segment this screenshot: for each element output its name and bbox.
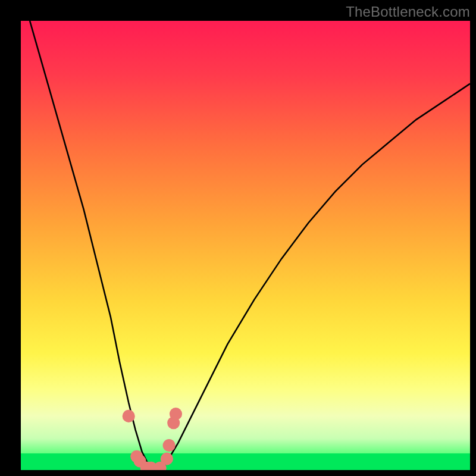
data-point-marker xyxy=(170,408,182,420)
curve-layer xyxy=(21,21,470,470)
plot-area xyxy=(21,21,470,470)
watermark-text: TheBottleneck.com xyxy=(346,4,470,20)
data-point-marker xyxy=(161,453,173,465)
curve-markers xyxy=(123,408,182,470)
bottleneck-curve xyxy=(30,21,470,470)
data-point-marker xyxy=(163,439,176,452)
chart-frame: TheBottleneck.com xyxy=(0,0,476,476)
data-point-marker xyxy=(123,410,135,422)
